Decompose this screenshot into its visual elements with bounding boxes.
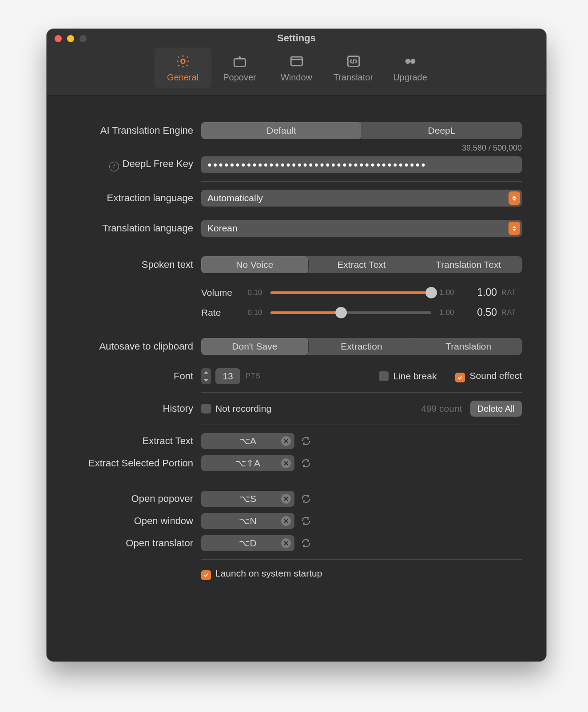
divider: [201, 425, 522, 425]
font-label: Font: [71, 370, 193, 382]
rate-label: Rate: [201, 307, 239, 318]
volume-label: Volume: [201, 287, 239, 298]
spoken-label: Spoken text: [71, 259, 193, 270]
titlebar: Settings General Popover: [47, 29, 546, 95]
shortcut-label-open-window: Open window: [71, 515, 193, 527]
tab-label: General: [167, 72, 199, 83]
font-size-input[interactable]: 13: [215, 368, 240, 384]
volume-value: 1.00: [462, 286, 497, 298]
settings-window: Settings General Popover: [47, 29, 546, 661]
shortcut-label-open-translator: Open translator: [71, 537, 193, 549]
divider: [201, 392, 522, 393]
autosave-option-dont[interactable]: Don't Save: [201, 338, 308, 355]
rate-slider[interactable]: [270, 308, 431, 318]
popover-icon: [232, 54, 247, 69]
tab-label: Popover: [223, 72, 256, 83]
checkbox-icon: [455, 373, 465, 382]
launch-startup-checkbox[interactable]: Launch on system startup: [201, 568, 522, 580]
clear-icon[interactable]: [281, 516, 291, 526]
window-icon: [289, 54, 304, 69]
deepl-key-label: iDeepL Free Key: [71, 158, 193, 171]
autosave-segmented[interactable]: Don't Save Extraction Translation: [201, 338, 522, 355]
soundeffect-checkbox[interactable]: Sound effect: [455, 370, 522, 382]
shortcut-input-open-popover[interactable]: ⌥S: [201, 491, 294, 507]
refresh-icon[interactable]: [300, 457, 312, 469]
tab-label: Translator: [334, 72, 373, 83]
checkbox-icon: [201, 404, 211, 414]
delete-all-button[interactable]: Delete All: [470, 401, 522, 417]
history-count: 499 count: [421, 403, 462, 414]
tab-general[interactable]: General: [155, 48, 211, 88]
spoken-option-translation[interactable]: Translation Text: [415, 256, 522, 273]
clear-icon[interactable]: [281, 436, 291, 446]
tab-bar: General Popover Window: [47, 48, 546, 88]
shortcut-label-extract-selected: Extract Selected Portion: [71, 457, 193, 469]
chevrons-icon: [509, 222, 520, 235]
spoken-option-extract[interactable]: Extract Text: [308, 256, 415, 273]
gear-icon: [175, 54, 191, 69]
rate-unit: RAT: [501, 309, 522, 317]
translator-icon: [346, 54, 361, 69]
tab-upgrade[interactable]: Upgrade: [382, 48, 439, 88]
shortcut-input-extract-text[interactable]: ⌥A: [201, 433, 294, 449]
svg-rect-1: [291, 57, 302, 66]
tab-window[interactable]: Window: [268, 48, 325, 88]
engine-option-deepl[interactable]: DeepL: [362, 122, 522, 139]
rate-value: 0.50: [462, 306, 497, 318]
refresh-icon[interactable]: [300, 515, 312, 527]
tab-label: Upgrade: [393, 72, 427, 83]
chevrons-icon: [509, 191, 520, 205]
refresh-icon[interactable]: [300, 537, 312, 549]
extract-lang-select[interactable]: Automatically: [201, 190, 522, 207]
engine-label: AI Translation Engine: [71, 125, 193, 136]
clear-icon[interactable]: [281, 458, 291, 468]
volume-max: 1.00: [436, 288, 458, 297]
trans-lang-label: Translation language: [71, 223, 193, 234]
shortcut-input-open-window[interactable]: ⌥N: [201, 513, 294, 529]
svg-point-0: [181, 59, 185, 63]
extract-lang-label: Extraction language: [71, 192, 193, 204]
engine-option-default[interactable]: Default: [201, 122, 362, 139]
trans-lang-select[interactable]: Korean: [201, 220, 522, 237]
autosave-option-extraction[interactable]: Extraction: [308, 338, 415, 355]
chevron-down-icon[interactable]: [201, 376, 211, 384]
rate-max: 1.00: [436, 308, 458, 317]
volume-unit: RAT: [501, 289, 522, 297]
deepl-usage-counter: 39,580 / 500,000: [201, 143, 522, 153]
checkbox-icon: [379, 371, 389, 381]
divider: [201, 559, 522, 560]
spoken-segmented[interactable]: No Voice Extract Text Translation Text: [201, 256, 522, 273]
rate-min: 0.10: [244, 308, 266, 317]
volume-min: 0.10: [244, 288, 266, 297]
shortcut-input-open-translator[interactable]: ⌥D: [201, 535, 294, 551]
upgrade-icon: [403, 54, 418, 69]
history-label: History: [71, 403, 193, 414]
shortcut-label-extract-text: Extract Text: [71, 435, 193, 447]
refresh-icon[interactable]: [300, 493, 312, 505]
linebreak-checkbox[interactable]: Line break: [379, 370, 437, 382]
engine-segmented[interactable]: Default DeepL: [201, 122, 522, 139]
checkbox-icon: [201, 570, 211, 580]
not-recording-checkbox[interactable]: Not recording: [201, 403, 271, 414]
shortcut-input-extract-selected[interactable]: ⌥⇧A: [201, 455, 294, 471]
info-icon[interactable]: i: [109, 162, 119, 171]
tab-label: Window: [281, 72, 312, 83]
font-unit: PTS: [246, 372, 261, 380]
tab-popover[interactable]: Popover: [211, 48, 268, 88]
tab-translator[interactable]: Translator: [325, 48, 382, 88]
font-stepper[interactable]: [201, 368, 211, 384]
window-title: Settings: [47, 32, 546, 44]
spoken-option-novoice[interactable]: No Voice: [201, 256, 308, 273]
chevron-up-icon[interactable]: [201, 368, 211, 376]
refresh-icon[interactable]: [300, 435, 312, 447]
clear-icon[interactable]: [281, 494, 291, 504]
autosave-option-translation[interactable]: Translation: [415, 338, 522, 355]
volume-slider[interactable]: [270, 288, 431, 298]
divider: [201, 181, 522, 182]
autosave-label: Autosave to clipboard: [71, 341, 193, 352]
clear-icon[interactable]: [281, 538, 291, 548]
shortcut-label-open-popover: Open popover: [71, 493, 193, 505]
content: AI Translation Engine Default DeepL 39,5…: [47, 95, 546, 661]
deepl-key-field[interactable]: ●●●●●●●●●●●●●●●●●●●●●●●●●●●●●●●●●●●●●●●: [201, 156, 522, 173]
